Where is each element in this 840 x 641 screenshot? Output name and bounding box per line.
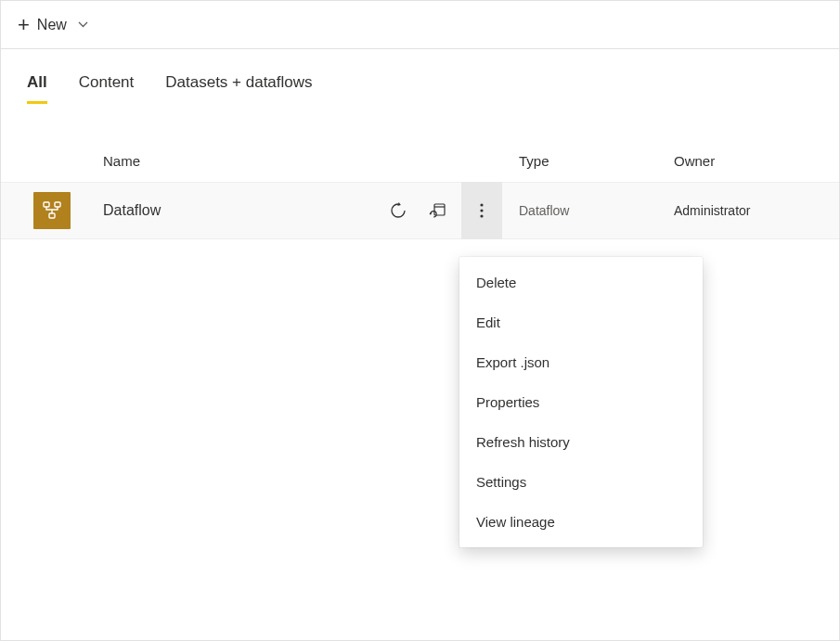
header-name: Name	[103, 153, 363, 169]
item-name[interactable]: Dataflow	[103, 202, 161, 218]
table-row: Dataflow Dataflow	[1, 182, 839, 239]
more-options-button[interactable]	[461, 182, 502, 239]
tab-content[interactable]: Content	[79, 73, 135, 104]
plus-icon: +	[18, 15, 30, 35]
tab-datasets-dataflows[interactable]: Datasets + dataflows	[165, 73, 312, 104]
table-header: Name Type Owner	[1, 140, 839, 182]
dataflow-icon	[33, 192, 71, 229]
menu-properties[interactable]: Properties	[459, 382, 703, 422]
new-button[interactable]: + New	[14, 9, 92, 41]
item-type: Dataflow	[502, 203, 674, 218]
menu-view-lineage[interactable]: View lineage	[459, 502, 703, 542]
svg-point-5	[480, 209, 483, 212]
toolbar: + New	[1, 1, 839, 49]
tabs: All Content Datasets + dataflows	[1, 49, 839, 105]
svg-rect-2	[49, 213, 55, 218]
menu-delete[interactable]: Delete	[459, 263, 703, 302]
schedule-refresh-button[interactable]	[420, 194, 454, 227]
content-table: Name Type Owner Dataflow	[1, 140, 839, 239]
header-type: Type	[502, 153, 674, 169]
chevron-down-icon	[78, 21, 88, 28]
svg-point-6	[480, 214, 483, 217]
menu-refresh-history[interactable]: Refresh history	[459, 422, 703, 462]
svg-point-4	[480, 203, 483, 206]
menu-edit[interactable]: Edit	[459, 302, 703, 342]
tab-all[interactable]: All	[27, 73, 47, 104]
svg-rect-0	[44, 202, 49, 207]
menu-settings[interactable]: Settings	[459, 462, 703, 502]
menu-export-json[interactable]: Export .json	[459, 342, 703, 382]
new-button-label: New	[37, 17, 67, 33]
item-owner: Administrator	[674, 203, 839, 218]
refresh-now-button[interactable]	[381, 194, 415, 227]
header-owner: Owner	[674, 153, 839, 169]
svg-rect-1	[55, 202, 60, 207]
context-menu: Delete Edit Export .json Properties Refr…	[459, 257, 703, 547]
